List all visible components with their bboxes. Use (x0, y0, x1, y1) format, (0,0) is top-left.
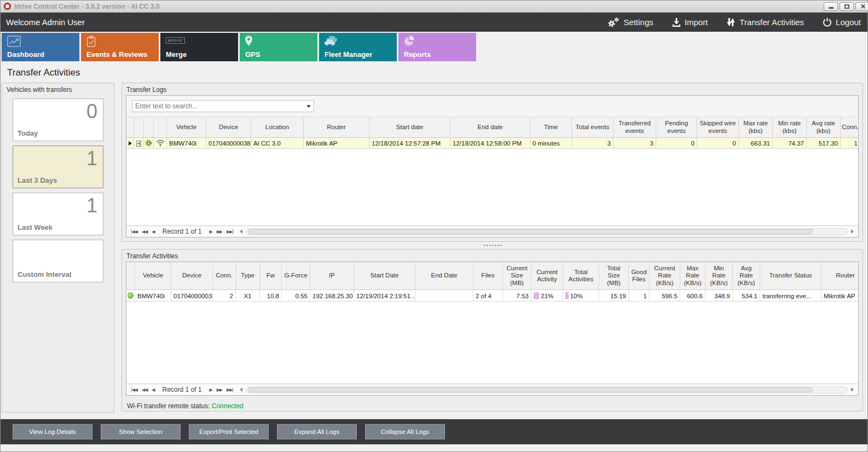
scroll-right-arrow[interactable] (851, 229, 854, 234)
expand-all-logs-button[interactable]: Expand All Logs (277, 424, 357, 439)
col-end-date[interactable]: End Date (415, 262, 473, 289)
scrollbar-thumb[interactable] (248, 229, 813, 234)
card-custom-interval[interactable]: Custom Interval (13, 240, 103, 282)
col-min-rate[interactable]: Min rate (kbs) (773, 117, 807, 137)
scroll-right-arrow[interactable] (851, 387, 854, 392)
pager-next-button[interactable]: ▶ (209, 387, 213, 392)
grid-empty-area (126, 149, 858, 225)
pager-next-page-button[interactable]: ▶▶ (216, 387, 223, 392)
col-gear (144, 117, 154, 137)
col-transfer-status[interactable]: Transfer Status (760, 262, 821, 289)
col-gforce[interactable]: G-Force (282, 262, 310, 289)
col-start-date[interactable]: Start date (369, 117, 450, 137)
logout-button[interactable]: Logout (823, 18, 861, 27)
col-current-size[interactable]: Current Size (MB) (503, 262, 531, 289)
col-router[interactable]: Router (304, 117, 369, 137)
tab-reports[interactable]: Reports (398, 33, 476, 61)
col-start-date[interactable]: Start Date (354, 262, 415, 289)
cell-current-size: 7.53 (503, 290, 531, 301)
col-total-events[interactable]: Total events (572, 117, 614, 137)
pager-last-button[interactable]: ▶▶| (225, 387, 234, 392)
col-location[interactable]: Location (251, 117, 304, 137)
transfer-logs-grid: Vehicle Device Location Router Start dat… (126, 95, 859, 237)
col-max-rate[interactable]: Max Rate (KB/s) (680, 262, 705, 289)
scroll-left-arrow[interactable] (240, 229, 242, 234)
import-button[interactable]: Import (672, 18, 708, 27)
pager-first-button[interactable]: |◀◀ (130, 229, 138, 234)
pager-last-button[interactable]: ▶▶| (225, 229, 234, 234)
pager-prev-page-button[interactable]: ◀◀ (141, 387, 148, 392)
pager-prev-button[interactable]: ◀ (151, 229, 155, 234)
pager-first-button[interactable]: |◀◀ (130, 387, 138, 392)
col-conn[interactable]: Conn. (841, 117, 859, 137)
col-current-activity[interactable]: Current Activity (531, 262, 563, 289)
col-device[interactable]: Device (171, 262, 213, 289)
pager-prev-page-button[interactable]: ◀◀ (141, 229, 148, 234)
col-pending-events[interactable]: Pending events (656, 117, 697, 137)
transfer-arrows-icon (726, 18, 736, 27)
export-print-selected-button[interactable]: Export/Print Selected (189, 424, 269, 439)
tab-events-reviews[interactable]: Events & Reviews (81, 33, 159, 61)
col-type[interactable]: Type (236, 262, 260, 289)
pager-next-button[interactable]: ▶ (209, 229, 213, 234)
search-input[interactable] (132, 102, 304, 110)
col-avg-rate[interactable]: Avg Rate (KB/s) (733, 262, 760, 289)
col-skipped-wire-events[interactable]: Skipped wire events (697, 117, 739, 137)
col-router[interactable]: Router (821, 262, 859, 289)
col-end-date[interactable]: End date (450, 117, 530, 137)
minimize-button[interactable] (824, 2, 838, 11)
col-fw[interactable]: Fw (260, 262, 282, 289)
transfer-logs-panel: Transfer Logs Vehicle Devi (121, 83, 863, 242)
settings-button[interactable]: Settings (607, 17, 653, 27)
maximize-icon (844, 4, 849, 9)
tab-dashboard[interactable]: Dashboard (2, 33, 79, 61)
tab-merge[interactable]: MERGE Merge (160, 33, 238, 61)
transfer-activities-row[interactable]: BMW740i 017040000038 2 X1 10.8 0.55 192.… (126, 290, 858, 302)
close-button[interactable] (855, 2, 868, 11)
card-last-week[interactable]: 1 Last Week (13, 193, 103, 235)
col-vehicle[interactable]: Vehicle (167, 117, 206, 137)
cell-vehicle: BMW740i (167, 138, 206, 148)
col-vehicle[interactable]: Vehicle (135, 262, 171, 289)
cell-max-rate: 600.6 (680, 290, 705, 301)
transfer-activities-button[interactable]: Transfer Activities (726, 18, 804, 27)
col-min-rate[interactable]: Min Rate (KB/s) (705, 262, 733, 289)
collapse-all-logs-button[interactable]: Collapse All Logs (365, 424, 445, 439)
col-ip[interactable]: IP (310, 262, 354, 289)
card-today[interactable]: 0 Today (13, 98, 103, 141)
card-last-3-days[interactable]: 1 Last 3 Days (13, 146, 103, 188)
col-total-activities[interactable]: Total Activities (563, 262, 599, 289)
cell-ip: 192.168.25.30 (310, 290, 354, 301)
cell-device: 017040000038 (206, 138, 251, 148)
tab-fleet-manager[interactable]: Fleet Manager (319, 33, 397, 61)
col-current-rate[interactable]: Current Rate (KB/s) (650, 262, 680, 289)
scroll-left-arrow[interactable] (240, 387, 242, 392)
scrollbar-thumb[interactable] (248, 387, 813, 392)
horizontal-scrollbar[interactable] (246, 386, 848, 393)
col-device[interactable]: Device (206, 117, 251, 137)
view-log-details-button[interactable]: View Log Details (13, 424, 92, 439)
expand-cell[interactable] (134, 138, 144, 148)
panel-splitter[interactable] (121, 242, 863, 249)
pager-next-page-button[interactable]: ▶▶ (216, 229, 223, 234)
col-good-files[interactable]: Good Files (629, 262, 650, 289)
col-time[interactable]: Time (530, 117, 572, 137)
pager-prev-button[interactable]: ◀ (151, 387, 155, 392)
col-transferred-events[interactable]: Transferred events (614, 117, 656, 137)
horizontal-scrollbar[interactable] (246, 228, 848, 235)
col-files[interactable]: Files (473, 262, 503, 289)
transfer-logs-row[interactable]: BMW740i 017040000038 AI CC 3.0 Mikrotik … (126, 138, 858, 149)
col-avg-rate[interactable]: Avg rate (kbs) (807, 117, 841, 137)
top-bar: Welcome Admin User Settings (1, 13, 867, 32)
col-conn[interactable]: Conn. (213, 262, 236, 289)
col-max-rate[interactable]: Max rate (kbs) (739, 117, 773, 137)
show-selection-button[interactable]: Show Selection (101, 424, 181, 439)
tab-gps[interactable]: GPS (240, 33, 317, 61)
expand-plus-icon[interactable] (136, 141, 141, 147)
cell-avg-rate: 517.30 (807, 138, 841, 148)
col-total-size[interactable]: Total Size (MB) (599, 262, 629, 289)
maximize-button[interactable] (840, 2, 854, 11)
cell-type: X1 (236, 290, 260, 301)
search-dropdown-button[interactable] (304, 101, 314, 112)
gear-cell[interactable] (144, 138, 154, 148)
